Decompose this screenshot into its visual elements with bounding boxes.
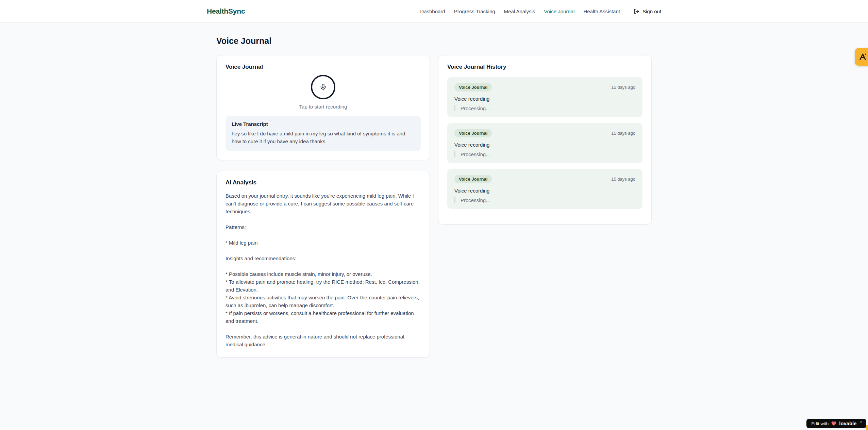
- history-card-title: Voice Journal History: [447, 64, 642, 70]
- history-item[interactable]: Voice Journal 15 days ago Voice recordin…: [447, 169, 642, 209]
- app-header: HealthSync Dashboard Progress Tracking M…: [0, 0, 868, 23]
- entry-processing-status: Processing...: [454, 151, 635, 157]
- entry-label: Voice recording: [454, 188, 635, 194]
- entry-type-badge: Voice Journal: [454, 175, 492, 183]
- nav-voice-journal[interactable]: Voice Journal: [544, 9, 574, 14]
- history-item[interactable]: Voice Journal 15 days ago Voice recordin…: [447, 123, 642, 163]
- entry-label: Voice recording: [454, 142, 635, 148]
- live-transcript-title: Live Transcript: [232, 121, 415, 127]
- main-nav: Dashboard Progress Tracking Meal Analysi…: [420, 9, 661, 14]
- entry-processing-status: Processing...: [454, 197, 635, 203]
- lovable-brand-label: lovable: [839, 421, 856, 426]
- nav-dashboard[interactable]: Dashboard: [420, 9, 445, 14]
- lovable-prefix-label: Edit with: [811, 421, 829, 426]
- analysis-card: AI Analysis Based on your journal entry,…: [216, 171, 430, 358]
- corner-badge-fragment: [866, 425, 868, 430]
- main-content: Voice Journal Voice Journal: [216, 23, 652, 358]
- entry-timestamp: 15 days ago: [611, 85, 635, 90]
- lovable-badge[interactable]: Edit with lovable ×: [806, 419, 866, 428]
- nav-progress-tracking[interactable]: Progress Tracking: [454, 9, 495, 14]
- history-card: Voice Journal History Voice Journal 15 d…: [438, 55, 652, 225]
- logo-a-icon: [858, 52, 867, 62]
- heart-icon: [831, 421, 836, 426]
- side-widget-badge[interactable]: [855, 48, 868, 66]
- entry-type-badge: Voice Journal: [454, 83, 492, 92]
- entry-timestamp: 15 days ago: [611, 131, 635, 136]
- nav-meal-analysis[interactable]: Meal Analysis: [504, 9, 535, 14]
- entry-processing-status: Processing...: [454, 105, 635, 111]
- record-hint: Tap to start recording: [299, 104, 347, 110]
- live-transcript-text: hey so like I do have a mild pain in my …: [232, 130, 415, 145]
- live-transcript-box: Live Transcript hey so like I do have a …: [226, 116, 421, 151]
- recorder-card-title: Voice Journal: [226, 64, 421, 70]
- nav-health-assistant[interactable]: Health Assistant: [583, 9, 620, 14]
- app-logo[interactable]: HealthSync: [207, 7, 245, 15]
- record-button[interactable]: [311, 75, 335, 99]
- entry-timestamp: 15 days ago: [611, 177, 635, 182]
- entry-type-badge: Voice Journal: [454, 129, 492, 137]
- sign-out-label: Sign out: [642, 9, 661, 14]
- page-title: Voice Journal: [216, 36, 652, 46]
- close-icon[interactable]: ×: [860, 420, 862, 424]
- recorder-card: Voice Journal Tap to start recording: [216, 55, 430, 160]
- history-item[interactable]: Voice Journal 15 days ago Voice recordin…: [447, 77, 642, 117]
- sign-out-button[interactable]: Sign out: [634, 9, 661, 14]
- mic-icon: [319, 83, 327, 91]
- entry-label: Voice recording: [454, 96, 635, 102]
- analysis-card-title: AI Analysis: [226, 179, 421, 186]
- sign-out-icon: [634, 9, 639, 14]
- analysis-text: Based on your journal entry, it sounds l…: [226, 192, 421, 348]
